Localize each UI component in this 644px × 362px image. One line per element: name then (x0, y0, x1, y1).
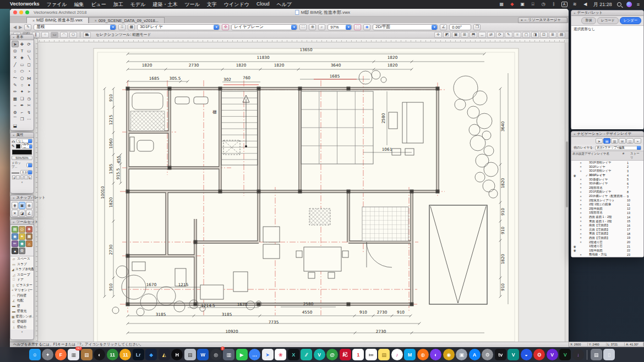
mode-extra-icon-4[interactable]: ⬒ (470, 32, 477, 38)
mode-extra-icon-14[interactable]: ▤ (558, 32, 565, 38)
lasso-marquee-icon[interactable]: ◠ (60, 32, 68, 38)
roof-category-icon[interactable]: ❖ (26, 226, 32, 233)
start-marker-button[interactable]: ◂ (12, 175, 15, 179)
hidden-icon[interactable]: × (577, 216, 585, 219)
layer-row-12[interactable]: ×2階平面図12 (571, 207, 643, 211)
rotate-tool-icon[interactable]: ◷ (25, 95, 32, 102)
menu-clock[interactable]: 月 21:28 (593, 1, 612, 8)
menu-1[interactable]: ファイル (47, 1, 67, 8)
pattern-preview[interactable] (12, 150, 32, 155)
dock-music[interactable]: ♪ (391, 349, 403, 360)
siri-icon[interactable] (626, 2, 632, 7)
drafting-category-icon[interactable]: ✏ (12, 240, 18, 247)
dock-wheel-app[interactable]: ◎1 (210, 349, 222, 360)
design-layers-icon[interactable]: ▤ (603, 138, 610, 144)
furniture-category-icon[interactable]: ▦ (26, 233, 32, 240)
spotlight-icon[interactable] (617, 2, 621, 7)
grid-tool-icon[interactable]: ▦ (12, 95, 19, 102)
hidden-icon[interactable]: × (577, 220, 585, 223)
dock-ball-app[interactable]: ◍ (417, 349, 429, 360)
grade-tool[interactable]: ∠勾配 (10, 298, 34, 304)
wall-tool[interactable]: ▬壁 (10, 304, 34, 309)
dock-affinity[interactable]: ◆ (145, 349, 157, 360)
data-tab-2[interactable]: レンダー (620, 17, 641, 24)
dock-documents-stack[interactable]: ▤ (591, 349, 602, 360)
wall-end-tool[interactable]: ⊏壁端部 (10, 319, 34, 325)
plane-mode-icon[interactable]: ✠ (222, 24, 229, 30)
document-tab-0[interactable]: ×M邸 BIM化 推進本部.vwx (26, 17, 89, 23)
input-source-icon[interactable]: A (561, 2, 567, 7)
close-icon[interactable]: × (13, 196, 15, 200)
classes-icon[interactable]: ➤ (596, 138, 603, 144)
close-icon[interactable]: × (521, 18, 523, 22)
hidden-icon[interactable]: × (577, 186, 585, 189)
slab-drainage-tool[interactable]: ◢スラブ水勾配 (10, 267, 34, 272)
menu-0[interactable]: Vectorworks (10, 1, 40, 8)
close-tab-icon[interactable]: × (95, 19, 97, 23)
menu-8[interactable]: 文字 (207, 1, 217, 8)
volume-icon[interactable]: ◀ (582, 2, 588, 7)
render-mode-icon[interactable]: ❒ (473, 24, 481, 30)
hidden-icon[interactable]: × (577, 240, 585, 244)
dock-luminar[interactable]: ◭ (159, 349, 170, 360)
marker-option-button[interactable]: – (16, 175, 19, 179)
selection-tool-icon[interactable]: ➤ (12, 41, 19, 47)
layer-row-19[interactable]: ×西面【立面図】19 (571, 236, 643, 240)
pen-color-swatch[interactable] (16, 144, 20, 149)
drawing-area[interactable]: 1365011830182018202730182018203640182016… (10, 39, 569, 346)
palette-collapse-handle[interactable]: ▾ (10, 180, 34, 184)
dock-v-circle-app[interactable]: V (314, 349, 325, 360)
trim-tool-icon[interactable]: ✂ (25, 102, 32, 109)
layer-row-1[interactable]: ×3D2F屋根レイヤ1 (571, 161, 643, 165)
smart-point-snap-icon[interactable]: ◪ (19, 210, 25, 217)
dock-m-app[interactable]: M (404, 349, 416, 360)
hidden-icon[interactable]: × (577, 182, 585, 185)
data-tab-1[interactable]: レコード (597, 17, 619, 24)
menu-7[interactable]: ツール (184, 1, 199, 8)
dock-stripes-app[interactable]: ∕∕ (301, 349, 312, 360)
layer-row-6[interactable]: ×3D外構レイヤ6 (571, 182, 643, 186)
grid-icon[interactable]: ▦ (499, 2, 505, 7)
fillet-tool-icon[interactable]: ⌐ (19, 109, 26, 116)
zoom-in-icon[interactable]: ⊕ (309, 24, 316, 30)
parallels-icon[interactable]: ▣ (520, 2, 526, 7)
dock-purple-v-app[interactable]: V (547, 349, 558, 360)
dock-facetime[interactable]: ▶ (236, 349, 248, 360)
dock-coin-app[interactable]: ◉ (443, 349, 455, 360)
col-layer-name[interactable]: デザインレイヤ名 (585, 152, 623, 160)
airplay-icon[interactable]: ⌸ (530, 2, 536, 7)
hidden-icon[interactable]: × (577, 165, 585, 168)
layer-row-2[interactable]: ×3D2Fレイヤ2 (571, 165, 643, 169)
sheet-layers-icon[interactable]: ▥ (611, 138, 618, 144)
layer-lock-icon[interactable]: ⚿ (118, 24, 125, 30)
dock-swirl-purple[interactable]: ◐ (430, 349, 441, 360)
hidden-icon[interactable]: × (577, 199, 585, 202)
layer-dropdown[interactable]: 3D1Fレイヤ▼ (137, 24, 220, 30)
dock-launchpad[interactable]: ✦ (42, 349, 53, 360)
zoom-line-icon[interactable]: ⌕ (318, 24, 325, 30)
dock-capture-one[interactable]: ◐ (94, 349, 105, 360)
text-tool-icon[interactable]: T (19, 47, 26, 54)
dock-maps[interactable]: ➤ (262, 349, 274, 360)
machine-category-icon[interactable]: ⚙ (19, 248, 25, 254)
hidden-icon[interactable]: × (577, 211, 585, 215)
extrude-tool-icon[interactable]: ⬓ (12, 123, 19, 129)
building-category-icon[interactable]: ⌂ (26, 240, 32, 247)
oval-tool-icon[interactable]: ⬭ (19, 68, 26, 75)
plane-dropdown[interactable]: レイヤプレーン▼ (231, 24, 297, 30)
dock-h-app[interactable]: H (171, 349, 183, 360)
attribute-mapping-tool-icon[interactable]: ✒ (19, 102, 26, 109)
circle-by-points-tool-icon[interactable]: ○ (19, 81, 26, 88)
visible-icon[interactable]: ◉ (572, 249, 577, 252)
round-wall-tool[interactable]: ◠円柱壁 (10, 293, 34, 299)
saved-view-icon[interactable]: ✎ (24, 24, 31, 30)
rectangle-tool-icon[interactable]: ▭ (19, 61, 26, 68)
layer-row-22[interactable]: ◉1階平面図22 (571, 248, 643, 253)
dock-files-app[interactable]: ▥ (223, 349, 234, 360)
wall-join-tool[interactable]: ⊥壁結合 (10, 325, 34, 330)
time-machine-icon[interactable]: ◷ (541, 2, 547, 7)
menu-10[interactable]: Cloud (256, 1, 270, 8)
dock-x-app[interactable]: X (288, 349, 299, 360)
hidden-icon[interactable]: × (577, 178, 585, 181)
zoom-window-button[interactable] (25, 10, 29, 14)
